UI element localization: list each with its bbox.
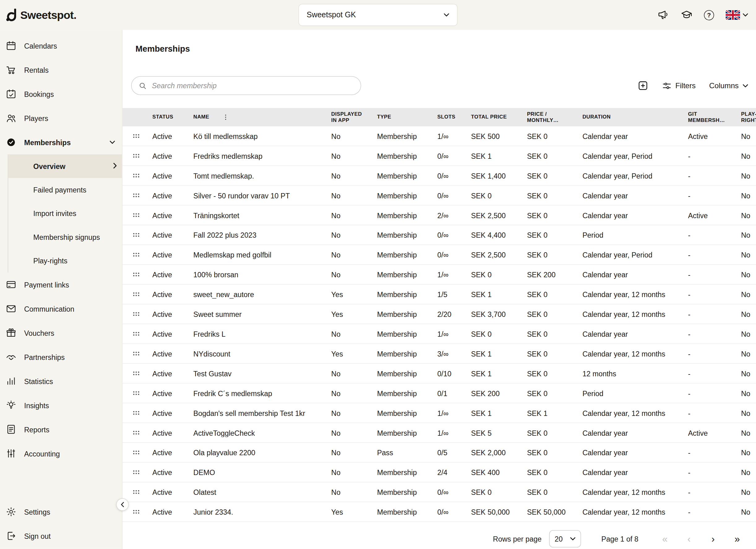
- drag-handle-icon[interactable]: [122, 509, 149, 514]
- column-menu-icon[interactable]: [222, 113, 230, 121]
- table-row[interactable]: ActiveOlatestNoMembership0/∞SEK 0SEK 0Ca…: [122, 483, 756, 502]
- drag-handle-icon[interactable]: [122, 490, 149, 495]
- academy-icon[interactable]: [681, 9, 692, 21]
- sidebar-item-reports[interactable]: Reports: [0, 417, 122, 441]
- column-header-status[interactable]: STATUS: [149, 114, 190, 120]
- search-input[interactable]: [152, 81, 354, 89]
- table-row[interactable]: Activesweet_new_autoreYesMembership1/5SE…: [122, 285, 756, 305]
- topbar-icons: ?: [658, 9, 748, 21]
- column-header-slots[interactable]: SLOTS: [434, 114, 468, 120]
- column-header-name[interactable]: NAME: [191, 113, 329, 121]
- sidebar-item-settings[interactable]: Settings: [0, 500, 122, 524]
- sidebar-item-payment-links[interactable]: Payment links: [0, 272, 122, 297]
- sidebar-item-insights[interactable]: Insights: [0, 393, 122, 417]
- cell-total: SEK 0: [468, 488, 524, 496]
- sidebar-item-bookings[interactable]: Bookings: [0, 82, 122, 106]
- drag-handle-icon[interactable]: [122, 232, 149, 237]
- first-page-button[interactable]: «: [653, 532, 677, 546]
- table-row[interactable]: ActiveFall 2022 plus 2023NoMembership0/∞…: [122, 225, 756, 245]
- sidebar-item-memberships[interactable]: Memberships: [0, 130, 122, 154]
- sidebar-item-statistics[interactable]: Statistics: [0, 369, 122, 393]
- cell-status: Active: [149, 251, 190, 259]
- table-row[interactable]: ActiveFredrik C´s medlemskapNoMembership…: [122, 384, 756, 403]
- sidebar-item-players[interactable]: Players: [0, 106, 122, 130]
- cell-monthly: SEK 0: [524, 231, 579, 239]
- cell-slots: 1/∞: [434, 132, 468, 140]
- drag-handle-icon[interactable]: [122, 252, 149, 257]
- announcement-icon[interactable]: [658, 9, 669, 21]
- club-selector[interactable]: Sweetspot GK: [299, 4, 457, 26]
- prev-page-button[interactable]: ‹: [677, 532, 701, 546]
- sweetspot-logo[interactable]: Sweetspot.: [6, 8, 76, 21]
- cell-slots: 0/5: [434, 448, 468, 457]
- submenu-item-play-rights[interactable]: Play-rights: [8, 249, 122, 272]
- search-membership-box[interactable]: [131, 76, 361, 95]
- column-header-duration[interactable]: DURATION: [580, 114, 685, 120]
- cell-duration: Calendar year, 12 months: [580, 290, 685, 298]
- table-row[interactable]: ActiveSweet summerYesMembership2/20SEK 3…: [122, 305, 756, 324]
- language-selector[interactable]: [726, 10, 748, 20]
- sidebar-item-sign-out[interactable]: Sign out: [0, 524, 122, 548]
- help-icon[interactable]: ?: [704, 10, 714, 20]
- column-header-total-price[interactable]: TOTAL PRICE: [468, 114, 524, 120]
- table-row[interactable]: ActiveJunior 2334.YesMembership0/∞SEK 50…: [122, 502, 756, 522]
- columns-button[interactable]: Columns: [709, 81, 749, 90]
- sidebar-collapse-button[interactable]: [116, 498, 129, 511]
- drag-handle-icon[interactable]: [122, 134, 149, 139]
- submenu-item-membership-signups[interactable]: Membership signups: [8, 225, 122, 249]
- table-row[interactable]: ActiveNYdiscountYesMembership3/∞SEK 1SEK…: [122, 344, 756, 364]
- column-header-displayed-in-app[interactable]: DISPLAYED IN APP: [328, 111, 374, 124]
- table-row[interactable]: ActiveBogdan's sell membership Test 1krN…: [122, 403, 756, 423]
- cell-git: -: [685, 191, 738, 199]
- drag-handle-icon[interactable]: [122, 332, 149, 337]
- next-page-button[interactable]: ›: [701, 532, 725, 546]
- filters-button[interactable]: Filters: [662, 81, 696, 90]
- drag-handle-icon[interactable]: [122, 410, 149, 415]
- table-row[interactable]: ActiveTomt medlemskap.NoMembership0/∞SEK…: [122, 166, 756, 186]
- sidebar-item-partnerships[interactable]: Partnerships: [0, 345, 122, 369]
- drag-handle-icon[interactable]: [122, 391, 149, 396]
- submenu-item-overview[interactable]: Overview: [8, 154, 122, 178]
- sidebar-item-label: Reports: [24, 425, 49, 433]
- sidebar-item-calendars[interactable]: Calendars: [0, 34, 122, 58]
- drag-handle-icon[interactable]: [122, 312, 149, 317]
- table-row[interactable]: Active100% brorsanNoMembership1/∞SEK 0SE…: [122, 265, 756, 285]
- add-button[interactable]: [637, 80, 648, 91]
- drag-handle-icon[interactable]: [122, 153, 149, 158]
- submenu-item-failed-payments[interactable]: Failed payments: [8, 178, 122, 201]
- drag-handle-icon[interactable]: [122, 430, 149, 435]
- column-header-git-membersh[interactable]: GIT MEMBERSH…: [685, 111, 738, 124]
- sidebar-item-communication[interactable]: Communication: [0, 297, 122, 321]
- table-row[interactable]: ActiveTräningskortetNoMembership2/∞SEK 2…: [122, 205, 756, 225]
- sidebar-item-accounting[interactable]: Accounting: [0, 441, 122, 465]
- rows-per-page-select[interactable]: 20: [549, 530, 581, 547]
- table-row[interactable]: ActiveFredriks medlemskapNoMembership0/∞…: [122, 146, 756, 166]
- sidebar-item-label: Statistics: [24, 377, 53, 385]
- drag-handle-icon[interactable]: [122, 292, 149, 297]
- last-page-button[interactable]: »: [725, 532, 749, 546]
- drag-handle-icon[interactable]: [122, 371, 149, 376]
- sidebar-item-rentals[interactable]: Rentals: [0, 58, 122, 82]
- table-row[interactable]: ActiveFredriks LNoMembership1/∞SEK 0SEK …: [122, 324, 756, 344]
- drag-handle-icon[interactable]: [122, 193, 149, 198]
- table-row[interactable]: ActiveActiveToggleCheckNoMembership1/∞SE…: [122, 423, 756, 443]
- drag-handle-icon[interactable]: [122, 272, 149, 277]
- column-header-price-monthly[interactable]: PRICE / MONTHLY…: [524, 111, 579, 124]
- drag-handle-icon[interactable]: [122, 173, 149, 178]
- submenu-item-import-invites[interactable]: Import invites: [8, 202, 122, 225]
- drag-handle-icon[interactable]: [122, 351, 149, 356]
- column-header-play-right[interactable]: PLAY-RIGHT: [738, 111, 756, 124]
- chevron-down-icon: [742, 13, 748, 17]
- table-row[interactable]: ActiveTest GustavNoMembership0/10SEK 1SE…: [122, 364, 756, 384]
- drag-handle-icon[interactable]: [122, 450, 149, 455]
- sidebar-item-vouchers[interactable]: Vouchers: [0, 321, 122, 345]
- column-header-type[interactable]: TYPE: [374, 114, 435, 120]
- drag-handle-icon[interactable]: [122, 212, 149, 217]
- cell-type: Membership: [374, 231, 435, 239]
- table-row[interactable]: ActiveOla playvalue 2200NoPass0/5SEK 2,0…: [122, 443, 756, 463]
- table-row[interactable]: ActiveDEMONoMembership2/4SEK 400SEK 0Cal…: [122, 463, 756, 483]
- drag-handle-icon[interactable]: [122, 470, 149, 475]
- table-row[interactable]: ActiveKö till medlemsskapNoMembership1/∞…: [122, 126, 756, 146]
- table-row[interactable]: ActiveSilver - 50 rundor varav 10 PTNoMe…: [122, 186, 756, 205]
- table-row[interactable]: ActiveMedlemskap med golfbilNoMembership…: [122, 245, 756, 265]
